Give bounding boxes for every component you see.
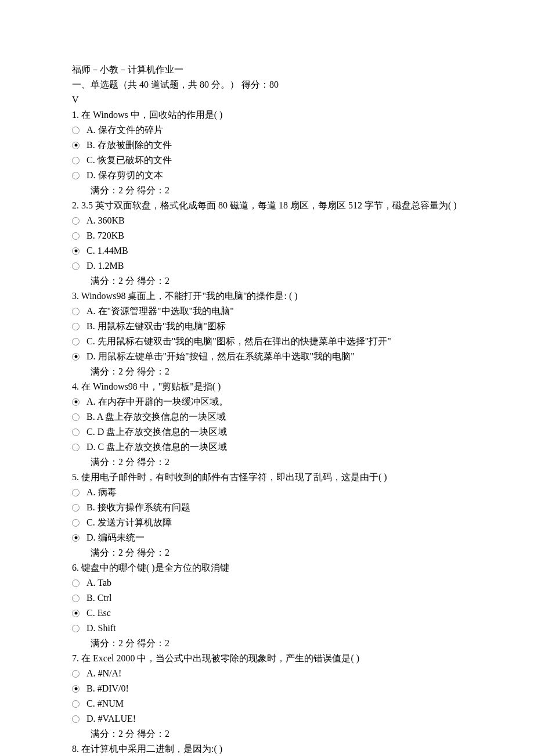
option-text: D. 保存剪切的文本: [86, 168, 163, 182]
radio-button[interactable]: [72, 127, 80, 134]
radio-button[interactable]: [72, 579, 80, 587]
option-row: A. 在内存中开辟的一块缓冲区域。: [72, 395, 462, 409]
radio-button[interactable]: [72, 353, 80, 361]
option-text: B. A 盘上存放交换信息的一块区域: [86, 410, 226, 424]
question-stem: 5. 使用电子邮件时，有时收到的邮件有古怪字符，即出现了乱码，这是由于( ): [72, 470, 462, 484]
radio-button[interactable]: [72, 323, 80, 330]
question-score: 满分：2 分 得分：2: [72, 636, 462, 650]
question-stem: 7. 在 Excel 2000 中，当公式中出现被零除的现象时，产生的错误值是(…: [72, 651, 462, 665]
option-row: A. 病毒: [72, 485, 462, 499]
option-text: C. 发送方计算机故障: [86, 516, 172, 530]
option-text: D. #VALUE!: [86, 712, 136, 726]
question-score: 满分：2 分 得分：2: [72, 455, 462, 469]
page-title: 福师－小教－计算机作业一: [72, 63, 462, 77]
option-text: C. #NUM: [86, 697, 124, 711]
option-text: A. 在内存中开辟的一块缓冲区域。: [86, 395, 228, 409]
question-stem: 4. 在 Windows98 中，"剪贴板"是指( ): [72, 380, 462, 394]
option-row: B. #DIV/0!: [72, 682, 462, 696]
question: 3. Windows98 桌面上，不能打开"我的电脑"的操作是: ( )A. 在…: [72, 289, 462, 379]
option-text: A. 在"资源管理器"中选取"我的电脑": [86, 304, 234, 318]
radio-button[interactable]: [72, 595, 80, 602]
question-stem: 8. 在计算机中采用二进制，是因为:( ): [72, 742, 462, 756]
radio-button[interactable]: [72, 247, 80, 255]
option-text: B. 存放被删除的文件: [86, 138, 172, 152]
option-text: A. #N/A!: [86, 667, 121, 681]
radio-button[interactable]: [72, 232, 80, 240]
question-stem: 3. Windows98 桌面上，不能打开"我的电脑"的操作是: ( ): [72, 289, 462, 303]
question-stem: 2. 3.5 英寸双面软盘，格式化成每面 80 磁道，每道 18 扇区，每扇区 …: [72, 199, 462, 213]
option-row: B. 720KB: [72, 229, 462, 243]
radio-button[interactable]: [72, 504, 80, 512]
radio-button[interactable]: [72, 519, 80, 527]
radio-button[interactable]: [72, 398, 80, 406]
question: 1. 在 Windows 中，回收站的作用是( )A. 保存文件的碎片B. 存放…: [72, 108, 462, 197]
question: 6. 键盘中的哪个键( )是全方位的取消键A. TabB. CtrlC. Esc…: [72, 561, 462, 650]
option-row: D. 保存剪切的文本: [72, 168, 462, 182]
option-text: A. 保存文件的碎片: [86, 123, 163, 137]
radio-button[interactable]: [72, 625, 80, 632]
option-text: B. #DIV/0!: [86, 682, 129, 696]
option-row: C. D 盘上存放交换信息的一块区域: [72, 425, 462, 439]
radio-button[interactable]: [72, 338, 80, 345]
radio-button[interactable]: [72, 157, 80, 164]
question: 2. 3.5 英寸双面软盘，格式化成每面 80 磁道，每道 18 扇区，每扇区 …: [72, 199, 462, 288]
option-row: B. 接收方操作系统有问题: [72, 501, 462, 514]
option-text: B. Ctrl: [86, 591, 112, 605]
question: 4. 在 Windows98 中，"剪贴板"是指( )A. 在内存中开辟的一块缓…: [72, 380, 462, 469]
option-text: D. 1.2MB: [86, 259, 124, 273]
option-text: B. 用鼠标左键双击"我的电脑"图标: [86, 319, 226, 333]
option-text: C. 1.44MB: [86, 244, 128, 258]
option-text: C. Esc: [86, 606, 111, 620]
option-text: D. 用鼠标左键单击"开始"按钮，然后在系统菜单中选取"我的电脑": [86, 350, 355, 363]
option-row: D. 1.2MB: [72, 259, 462, 273]
radio-button[interactable]: [72, 308, 80, 315]
radio-button[interactable]: [72, 489, 80, 496]
question: 8. 在计算机中采用二进制，是因为:( )A. 可以降低成本B. 两个状态的系统…: [72, 742, 462, 756]
option-text: A. Tab: [86, 576, 111, 590]
question-score: 满分：2 分 得分：2: [72, 546, 462, 560]
question-score: 满分：2 分 得分：2: [72, 274, 462, 288]
option-row: B. Ctrl: [72, 591, 462, 605]
option-row: C. 1.44MB: [72, 244, 462, 258]
option-row: C. 发送方计算机故障: [72, 516, 462, 530]
radio-button[interactable]: [72, 142, 80, 149]
question-stem: 1. 在 Windows 中，回收站的作用是( ): [72, 108, 462, 122]
option-text: A. 360KB: [86, 214, 125, 228]
option-text: C. 恢复已破坏的文件: [86, 153, 172, 167]
option-row: D. C 盘上存放交换信息的一块区域: [72, 440, 462, 454]
radio-button[interactable]: [72, 429, 80, 436]
option-text: D. C 盘上存放交换信息的一块区域: [86, 440, 227, 454]
radio-button[interactable]: [72, 670, 80, 678]
option-row: A. 360KB: [72, 214, 462, 228]
question-stem: 6. 键盘中的哪个键( )是全方位的取消键: [72, 561, 462, 575]
option-row: A. Tab: [72, 576, 462, 590]
question-score: 满分：2 分 得分：2: [72, 365, 462, 379]
option-row: B. 用鼠标左键双击"我的电脑"图标: [72, 319, 462, 333]
option-row: B. 存放被删除的文件: [72, 138, 462, 152]
radio-button[interactable]: [72, 262, 80, 270]
option-row: D. Shift: [72, 621, 462, 635]
option-row: C. 先用鼠标右键双击"我的电脑"图标，然后在弹出的快捷菜单中选择"打开": [72, 334, 462, 348]
option-row: D. 编码未统一: [72, 531, 462, 545]
radio-button[interactable]: [72, 444, 80, 451]
question: 7. 在 Excel 2000 中，当公式中出现被零除的现象时，产生的错误值是(…: [72, 651, 462, 741]
radio-button[interactable]: [72, 715, 80, 723]
option-text: C. D 盘上存放交换信息的一块区域: [86, 425, 227, 439]
radio-button[interactable]: [72, 700, 80, 708]
question-score: 满分：2 分 得分：2: [72, 727, 462, 741]
radio-button[interactable]: [72, 217, 80, 225]
option-text: D. Shift: [86, 621, 116, 635]
option-text: A. 病毒: [86, 485, 117, 499]
option-row: D. #VALUE!: [72, 712, 462, 726]
radio-button[interactable]: [72, 685, 80, 693]
option-row: A. 保存文件的碎片: [72, 123, 462, 137]
option-text: B. 接收方操作系统有问题: [86, 501, 190, 514]
option-row: B. A 盘上存放交换信息的一块区域: [72, 410, 462, 424]
radio-button[interactable]: [72, 534, 80, 542]
option-text: C. 先用鼠标右键双击"我的电脑"图标，然后在弹出的快捷菜单中选择"打开": [86, 334, 391, 348]
radio-button[interactable]: [72, 413, 80, 421]
option-row: A. 在"资源管理器"中选取"我的电脑": [72, 304, 462, 318]
radio-button[interactable]: [72, 172, 80, 179]
v-marker: V: [72, 93, 462, 107]
radio-button[interactable]: [72, 610, 80, 617]
